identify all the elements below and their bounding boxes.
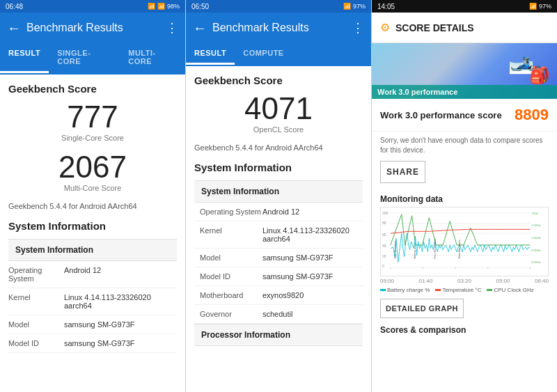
back-button-1[interactable]: ← [7, 20, 21, 36]
table-row: Kernel Linux 4.14.113-23326020 aarch64 [194, 221, 363, 249]
menu-button-1[interactable]: ⋮ [166, 20, 178, 36]
svg-text:0: 0 [382, 265, 384, 268]
temp-legend-label: Temperature °C [442, 287, 481, 293]
geekbench-version-2: Geekbench 5.4.4 for Android AArch64 [194, 143, 363, 152]
single-core-label: Single-Core Score [8, 134, 177, 142]
content-1: Geekbench Score 777 Single-Core Score 20… [0, 75, 185, 392]
chart-svg: 100 80 60 40 20 0 2GHz 1.6GHz 1.3GHz 0.9… [381, 207, 548, 276]
opencl-score-block: 4071 OpenCL Score [194, 93, 363, 134]
toolbar-2: ← Benchmark Results ⋮ [186, 13, 371, 43]
battery-2: 📶 97% [343, 3, 366, 10]
multi-core-number: 2067 [8, 152, 177, 182]
table-row: Motherboard exynos9820 [194, 286, 363, 305]
geekbench-title-1: Geekbench Score [8, 83, 177, 95]
sys-info-title-2: System Information [194, 162, 363, 173]
svg-text:0.4GHz: 0.4GHz [531, 260, 540, 264]
detailed-graph-button[interactable]: DETAILED GRAPH [380, 299, 464, 318]
time-1: 06:48 [6, 3, 23, 10]
sys-info-rows-1: Operating System Android 12 Kernel Linux… [8, 261, 177, 353]
battery-1: 📶 98% [157, 3, 180, 10]
tab-result-2[interactable]: RESULT [186, 43, 235, 65]
svg-text:Perc Benchmark: Perc Benchmark [433, 239, 437, 259]
toolbar-1: ← Benchmark Results ⋮ [0, 13, 185, 43]
temp-legend-color [435, 289, 441, 291]
legend-cpu: CPU Clock GHz [487, 287, 533, 293]
monitoring-chart: 100 80 60 40 20 0 2GHz 1.6GHz 1.3GHz 0.9… [380, 207, 549, 276]
status-icons-3: 📶 97% [529, 3, 551, 10]
sys-info-header-2: System Information [194, 180, 363, 203]
table-row: Governor schedutil [194, 305, 363, 324]
table-row: Kernel Linux 4.14.113-23326020 aarch64 [8, 288, 177, 315]
bag-icon: 🎒 [529, 65, 550, 85]
svg-text:2GHz: 2GHz [531, 212, 538, 215]
x-label: 06:40 [535, 278, 549, 284]
toolbar-title-1: Benchmark Results [26, 22, 160, 34]
chart-x-labels: 09:00 01:40 03:20 05:00 06:40 [372, 276, 557, 285]
tab-compute[interactable]: COMPUTE [235, 43, 292, 65]
battery-legend-color [380, 289, 386, 291]
time-3: 14:05 [377, 3, 395, 10]
scores-comparison-label: Scores & comparison [372, 322, 557, 338]
opencl-number: 4071 [194, 93, 363, 124]
battery-legend-label: Battery charge % [387, 287, 430, 293]
ski-hero-image: 🎿 🎒 Work 3.0 performance [372, 43, 557, 99]
geekbench-version-1: Geekbench 5.4.4 for Android AArch64 [8, 202, 177, 210]
svg-text:40: 40 [382, 244, 386, 248]
svg-text:Battery 1.5: Battery 1.5 [413, 245, 416, 259]
svg-text:20: 20 [382, 255, 386, 258]
status-bar-1: 06:48 📶 📶 98% [0, 0, 185, 13]
x-label: 05:00 [496, 278, 510, 284]
svg-text:1.6GHz: 1.6GHz [531, 224, 540, 227]
svg-text:60: 60 [382, 233, 386, 237]
opencl-label: OpenCL Score [194, 125, 363, 134]
svg-text:100: 100 [382, 212, 389, 215]
status-icons-1: 📶 📶 98% [148, 3, 180, 10]
hero-label: Work 3.0 performance [372, 85, 557, 99]
table-row: Model ID samsung SM-G973F [194, 267, 363, 286]
score-details-title: SCORE DETAILS [395, 22, 474, 33]
table-row: Model samsung SM-G973F [8, 315, 177, 334]
status-icons-2: 📶 97% [343, 3, 366, 10]
svg-text:Web Browsing: Web Browsing [393, 241, 397, 258]
x-label: 09:00 [380, 278, 394, 284]
multi-core-score-block: 2067 Multi-Core Score [8, 152, 177, 192]
sorry-text: Sorry, we don't have enough data to comp… [372, 132, 557, 161]
svg-text:Data Managem...: Data Managem... [457, 237, 461, 258]
svg-text:80: 80 [382, 222, 386, 226]
single-core-number: 777 [8, 102, 177, 132]
work-score-row: Work 3.0 performance score 8809 [372, 99, 557, 132]
processor-header: Processor Information [194, 324, 363, 346]
sys-info-header-1: System Information [8, 239, 177, 261]
svg-text:1.3GHz: 1.3GHz [531, 236, 540, 240]
cpu-legend-color [487, 289, 492, 291]
x-label: 01:40 [418, 278, 432, 284]
content-2: Geekbench Score 4071 OpenCL Score Geekbe… [186, 66, 371, 392]
single-core-score-block: 777 Single-Core Score [8, 102, 177, 142]
tab-result-1[interactable]: RESULT [0, 43, 49, 73]
tabs-2: RESULT COMPUTE [186, 43, 371, 66]
share-button[interactable]: SHARE [380, 161, 425, 183]
legend-battery: Battery charge % [380, 287, 430, 293]
work-score-value: 8809 [515, 106, 549, 124]
svg-text:0.9GHz: 0.9GHz [531, 249, 540, 252]
sys-info-title-1: System Information [8, 220, 177, 232]
menu-button-2[interactable]: ⋮ [352, 20, 364, 36]
toolbar-title-2: Benchmark Results [212, 22, 346, 34]
tab-single-core[interactable]: SINGLE-CORE [49, 43, 120, 73]
tab-multi-core[interactable]: MULTI-CORE [120, 43, 185, 73]
cpu-legend-label: CPU Clock GHz [494, 287, 533, 293]
tabs-1: RESULT SINGLE-CORE MULTI-CORE [0, 43, 185, 75]
geekbench-title-2: Geekbench Score [194, 75, 363, 86]
chart-legend: Battery charge % Temperature °C CPU Cloc… [372, 285, 557, 295]
panel-2: 06:50 📶 97% ← Benchmark Results ⋮ RESULT… [186, 0, 372, 392]
panel-3: 14:05 📶 97% ⚙ SCORE DETAILS 🎿 🎒 Work 3.0… [372, 0, 557, 392]
p3-content: 🎿 🎒 Work 3.0 performance Work 3.0 perfor… [372, 43, 557, 392]
skier-icon: 🎿 [508, 50, 529, 85]
table-row: Operating System Android 12 [194, 203, 363, 221]
work-score-label: Work 3.0 performance score [380, 110, 509, 120]
status-bar-2: 06:50 📶 97% [186, 0, 371, 13]
x-label: 03:20 [457, 278, 471, 284]
back-button-2[interactable]: ← [193, 20, 207, 36]
sys-info-rows-2: Operating System Android 12 Kernel Linux… [194, 203, 363, 324]
score-details-header: ⚙ SCORE DETAILS [372, 13, 557, 43]
